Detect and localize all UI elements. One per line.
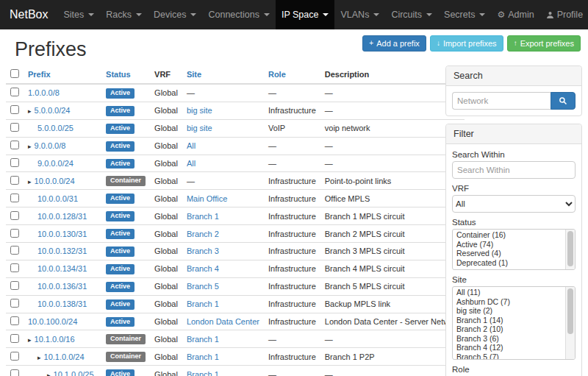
row-checkbox[interactable]	[10, 352, 19, 361]
prefix-link[interactable]: 9.0.0.0/24	[37, 159, 74, 168]
column-header-site[interactable]: Site	[182, 65, 264, 84]
site-link[interactable]: All	[187, 159, 196, 168]
site-link[interactable]: London Data Center	[187, 317, 259, 326]
row-checkbox-cell	[6, 155, 24, 172]
column-header-status[interactable]: Status	[101, 65, 150, 84]
listbox-option[interactable]: big site (2)	[453, 306, 564, 316]
nav-circuits[interactable]: Circuits	[385, 0, 438, 29]
search-input[interactable]	[452, 92, 551, 110]
nav-ip-space[interactable]: IP Space	[276, 0, 335, 29]
listbox-option[interactable]: Deprecated (1)	[453, 258, 564, 268]
row-checkbox[interactable]	[10, 316, 19, 325]
prefix-link[interactable]: 10.0.0.136/31	[37, 282, 87, 291]
app-brand[interactable]: NetBox	[0, 0, 57, 29]
row-checkbox[interactable]	[10, 211, 19, 220]
prefix-link[interactable]: 10.1.0.0/16	[35, 335, 75, 344]
nav-devices[interactable]: Devices	[148, 0, 202, 29]
site-scrollbar[interactable]	[565, 287, 575, 359]
row-checkbox[interactable]	[10, 369, 19, 376]
listbox-option[interactable]: Branch 4 (12)	[453, 343, 564, 352]
row-checkbox[interactable]	[10, 263, 19, 272]
nav-sites[interactable]: Sites	[57, 0, 100, 29]
prefix-cell: ▸10.0.0.0/24	[24, 172, 101, 190]
prefix-link[interactable]: 5.0.0.0/24	[35, 106, 71, 115]
status-scrollbar[interactable]	[565, 230, 575, 269]
row-checkbox[interactable]	[10, 123, 19, 132]
nav-connections[interactable]: Connections	[202, 0, 276, 29]
listbox-option[interactable]: Ashburn DC (7)	[453, 297, 564, 307]
select-all-checkbox[interactable]	[10, 69, 19, 78]
listbox-option[interactable]: Active (74)	[453, 240, 564, 249]
site-link[interactable]: Branch 4	[187, 264, 219, 273]
vrf-cell: Global	[150, 348, 182, 366]
listbox-option[interactable]: Branch 2 (10)	[453, 324, 564, 334]
row-checkbox-cell	[6, 102, 24, 119]
export-prefixes-button[interactable]: ↑ Export prefixes	[507, 35, 581, 52]
nav-admin[interactable]: ⚙ Admin	[491, 0, 539, 29]
gear-icon: ⚙	[497, 10, 505, 19]
row-checkbox[interactable]	[10, 141, 19, 149]
listbox-option[interactable]: Branch 3 (6)	[453, 334, 564, 344]
status-cell: Active	[101, 137, 150, 155]
site-link[interactable]: Branch 1	[187, 370, 219, 376]
site-link[interactable]: Branch 2	[187, 230, 219, 238]
row-checkbox[interactable]	[10, 334, 19, 343]
scrollbar-thumb[interactable]	[567, 288, 573, 334]
prefix-link[interactable]: 10.0.0.128/31	[37, 212, 87, 221]
site-link[interactable]: big site	[187, 106, 212, 115]
site-link[interactable]: big site	[187, 124, 212, 132]
search-button[interactable]	[551, 92, 576, 110]
prefix-link[interactable]: 10.1.0.0/25	[54, 370, 94, 376]
prefix-link[interactable]: 10.0.0.132/31	[37, 246, 87, 255]
prefix-link[interactable]: 10.0.0.0/31	[37, 194, 78, 203]
nav-vlans[interactable]: VLANs	[334, 0, 385, 29]
search-within-input[interactable]	[452, 161, 576, 179]
listbox-option[interactable]: Reserved (4)	[453, 249, 564, 258]
site-link[interactable]: Branch 3	[187, 246, 219, 255]
listbox-option[interactable]: Container (16)	[453, 230, 564, 240]
prefix-link[interactable]: 9.0.0.0/8	[35, 141, 66, 150]
listbox-option[interactable]: Branch 5 (7)	[453, 352, 564, 361]
role-cell: VoIP	[264, 119, 320, 137]
prefix-link[interactable]: 5.0.0.0/25	[37, 124, 74, 132]
row-checkbox[interactable]	[10, 105, 19, 114]
row-checkbox[interactable]	[10, 229, 19, 238]
prefix-link[interactable]: 10.0.0.134/31	[37, 264, 87, 273]
nav-secrets[interactable]: Secrets	[438, 0, 491, 29]
prefix-link[interactable]: 10.0.0.138/31	[37, 299, 87, 308]
listbox-option[interactable]: Branch 1 (14)	[453, 316, 564, 325]
row-checkbox[interactable]	[10, 158, 19, 167]
row-checkbox[interactable]	[10, 281, 19, 290]
site-link[interactable]: Branch 1	[187, 335, 219, 344]
site-link[interactable]: Branch 1	[187, 212, 219, 221]
prefix-link[interactable]: 10.0.0.130/31	[37, 230, 87, 238]
scrollbar-thumb[interactable]	[567, 231, 573, 266]
vrf-select[interactable]: All	[452, 195, 576, 213]
site-link[interactable]: Main Office	[187, 194, 227, 203]
status-listbox[interactable]: Container (16)Active (74)Reserved (4)Dep…	[452, 229, 576, 270]
chevron-down-icon	[190, 13, 196, 16]
row-checkbox[interactable]	[10, 176, 19, 185]
site-link[interactable]: Branch 1	[187, 352, 219, 361]
nav-profile[interactable]: Profile	[540, 0, 588, 29]
site-link[interactable]: All	[187, 141, 196, 150]
prefix-link[interactable]: 10.0.0.0/24	[35, 177, 75, 185]
prefix-link[interactable]: 10.1.0.0/24	[44, 352, 85, 361]
column-header-role[interactable]: Role	[264, 65, 320, 84]
prefix-link[interactable]: 10.0.100.0/24	[28, 317, 77, 326]
table-row: 10.0.0.136/31ActiveGlobalBranch 5Infrast…	[6, 277, 465, 295]
site-link[interactable]: Branch 1	[187, 299, 219, 308]
column-header-prefix[interactable]: Prefix	[24, 65, 101, 84]
row-checkbox[interactable]	[10, 299, 19, 308]
site-listbox[interactable]: All (11)Ashburn DC (7)big site (2)Branch…	[452, 286, 576, 360]
row-checkbox[interactable]	[10, 246, 19, 255]
nav-label: VLANs	[340, 10, 369, 20]
add-prefix-button[interactable]: + Add a prefix	[362, 35, 426, 52]
listbox-option[interactable]: All (11)	[453, 288, 564, 297]
import-prefixes-button[interactable]: ↓ Import prefixes	[430, 35, 503, 52]
prefix-link[interactable]: 1.0.0.0/8	[28, 88, 60, 97]
site-link[interactable]: Branch 5	[187, 282, 219, 291]
row-checkbox[interactable]	[10, 194, 19, 202]
nav-racks[interactable]: Racks	[100, 0, 148, 29]
row-checkbox[interactable]	[10, 88, 19, 96]
